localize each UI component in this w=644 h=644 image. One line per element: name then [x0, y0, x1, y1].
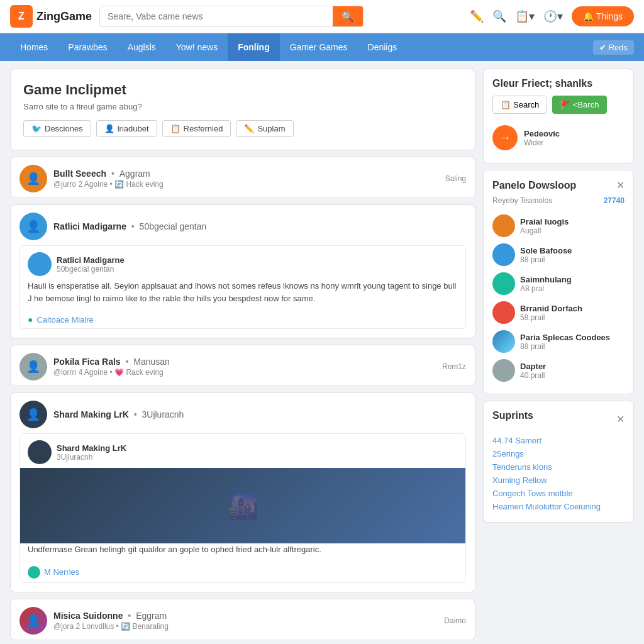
avatar-placeholder: 👤: [19, 165, 47, 192]
list-icon: 📋: [170, 124, 180, 133]
post-username: Pokila Fica Rals • Manusan: [53, 357, 436, 367]
search-icon[interactable]: 🔍: [492, 9, 506, 23]
link-avatar: [28, 566, 40, 579]
nav-item-auglsls[interactable]: Auglsls: [118, 33, 166, 61]
edit-icon[interactable]: ✏️: [470, 9, 484, 23]
inner-content: Hauli is ensperatise all. Seyion applsau…: [20, 280, 465, 311]
post-tag: Daimo: [444, 616, 466, 625]
suprints-close-button[interactable]: ✕: [616, 413, 625, 425]
suprintlink-5[interactable]: Congech Tows motble: [492, 487, 625, 500]
panel-user-avatar: [492, 214, 515, 237]
panel-user-sub: 88 prail: [520, 342, 610, 351]
logo: Z ZingGame: [10, 5, 92, 28]
panel-user-row: Saimnhulang A8 pral: [492, 269, 625, 298]
panel-user-avatar: [492, 359, 515, 382]
main-layout: Game Inclipmet Sarro site to a fireul ga…: [0, 61, 644, 644]
tag-desciones[interactable]: 🐦 Desciones: [23, 120, 91, 137]
inner-avatar: [28, 440, 52, 464]
suprintlink-3[interactable]: Tenderuns klons: [492, 460, 625, 474]
panel-user-avatar: [492, 330, 515, 353]
tag-resfernied[interactable]: 📋 Resfernied: [162, 120, 231, 137]
user-icon: 👤: [104, 124, 114, 133]
post-card: 👤 Ratlici Madigarne • 50bgecial gentan R…: [10, 204, 475, 338]
inner-sub: 3Ujluracnh: [57, 453, 126, 462]
game-subtitle: Sarro site to a fireul game abug?: [23, 102, 462, 111]
header-icons: ✏️ 🔍 📋▾ 🕐▾ 🔔 Things: [470, 6, 634, 26]
panel-user-row: Sole Bafoose 88 prail: [492, 240, 625, 269]
suprintlink-6[interactable]: Heamen Muloluttor Coeiuning: [492, 500, 625, 513]
post-header: 👤 Pokila Fica Rals • Manusan @lorrn 4 Ag…: [11, 345, 475, 386]
panel-user-sub: A8 pral: [520, 284, 572, 293]
post-user-info: Shard Making LrK • 3Ujluracnh: [53, 409, 460, 419]
clipboard-icon[interactable]: 📋▾: [515, 9, 535, 23]
post-card: 👤 Misica Suidonne • Eggram @jora 2 Lonvd…: [10, 599, 475, 640]
search-input[interactable]: [100, 6, 333, 26]
nav-badge[interactable]: ✔ Reds: [593, 40, 634, 55]
avatar: 👤: [19, 165, 47, 192]
pencil-icon: ✏️: [244, 124, 254, 133]
tag-suplam[interactable]: ✏️ Suplam: [236, 120, 293, 137]
panel-card: Panelo Dowsloop ✕ Reyeby Teamolos 27740 …: [483, 170, 634, 394]
post-user-info: Ratlici Madigarne • 50bgecial gentan: [53, 221, 466, 231]
nav-item-gamergames[interactable]: Gamer Games: [280, 33, 358, 61]
avatar-placeholder: 👤: [19, 353, 47, 380]
panel-user-avatar: [492, 272, 515, 295]
inner-sub: 50bgecial gentan: [57, 265, 125, 274]
suprints-card: Suprints ✕ 44.74 Samert 25erings Tenderu…: [483, 401, 634, 523]
inner-link: ● Caltoace Mialre: [20, 311, 465, 328]
friends-card: Gleur Friect; shanlks 📋 Search 🚩 <Barch …: [483, 69, 634, 164]
avatar: 👤: [19, 213, 47, 240]
inner-post-header: Shard Making LrK 3Ujluracnh: [20, 434, 465, 468]
game-tags: 🐦 Desciones 👤 lriadubet 📋 Resfernied ✏️ …: [23, 120, 462, 137]
game-title: Game Inclipmet: [23, 82, 462, 98]
search-btn[interactable]: 📋 Search: [492, 96, 547, 114]
panel-user-name: Brranid Dorfach: [520, 304, 582, 313]
tag-label: lriadubet: [118, 124, 149, 133]
action-button[interactable]: 🔔 Things: [572, 6, 634, 26]
tag-label: Suplam: [257, 124, 285, 133]
nav-item-homes[interactable]: Homes: [10, 33, 58, 61]
friends-title: Gleur Friect; shanlks: [492, 78, 625, 89]
avatar-placeholder: 👤: [19, 607, 47, 635]
friend-name: Pedeovic: [524, 129, 560, 138]
search-button[interactable]: 🔍: [333, 6, 363, 26]
suprintlink-1[interactable]: 44.74 Samert: [492, 434, 625, 447]
panel-user-name: Sole Bafoose: [520, 246, 572, 255]
avatar-placeholder: 👤: [19, 401, 47, 428]
add-btn[interactable]: 🚩 <Barch: [552, 96, 607, 114]
panel-user-name: Dapter: [520, 362, 546, 371]
tag-label: Desciones: [45, 124, 83, 133]
inner-avatar: [28, 252, 52, 276]
nav-item-deniigs[interactable]: Deniigs: [358, 33, 408, 61]
panel-close-button[interactable]: ✕: [616, 179, 625, 191]
suprintlink-2[interactable]: 25erings: [492, 447, 625, 460]
panel-user-sub: 88 prail: [520, 255, 572, 264]
panel-user-row: Praial Iuogis Augall: [492, 211, 625, 240]
inner-post: Shard Making LrK 3Ujluracnh 🌆 Undfermase…: [19, 433, 466, 583]
green-dot: ●: [28, 314, 33, 325]
post-user-info: Misica Suidonne • Eggram @jora 2 Lonvdll…: [53, 611, 438, 631]
inner-link-anchor[interactable]: Caltoace Mialre: [36, 315, 93, 325]
nav-item-parawbes[interactable]: Parawbes: [58, 33, 117, 61]
suprints-title: Suprints: [492, 410, 533, 421]
panel-count: 27740: [604, 196, 625, 205]
clock-icon[interactable]: 🕐▾: [543, 9, 563, 23]
panel-user-row: Brranid Dorfach 58.prail: [492, 298, 625, 327]
logo-icon: Z: [10, 5, 33, 28]
nav-item-yownews[interactable]: Yow! news: [166, 33, 228, 61]
inner-content: Undfermase Grean helingh git qualifor an…: [20, 543, 465, 562]
search-icon-small: 📋: [501, 100, 511, 109]
panel-title: Panelo Dowsloop: [492, 180, 576, 191]
suprintlink-4[interactable]: Xuming Rellow: [492, 474, 625, 487]
tag-label: Resfernied: [184, 124, 223, 133]
tag-lriadubet[interactable]: 👤 lriadubet: [96, 120, 157, 137]
inner-post: Ratlici Madigarne 50bgecial gentan Hauli…: [19, 245, 466, 329]
post-username: Shard Making LrK • 3Ujluracnh: [53, 409, 460, 419]
nav-item-fonling[interactable]: Fonling: [228, 33, 280, 61]
post-meta: @lorrn 4 Agoine • 💗 Rack eving: [53, 368, 436, 377]
inner-link-anchor[interactable]: M Nerries: [44, 567, 79, 577]
twitter-icon: 🐦: [31, 124, 42, 133]
avatar: 👤: [19, 353, 47, 380]
inner-link: M Nerries: [20, 562, 465, 582]
friend-status: Wider: [524, 138, 560, 147]
